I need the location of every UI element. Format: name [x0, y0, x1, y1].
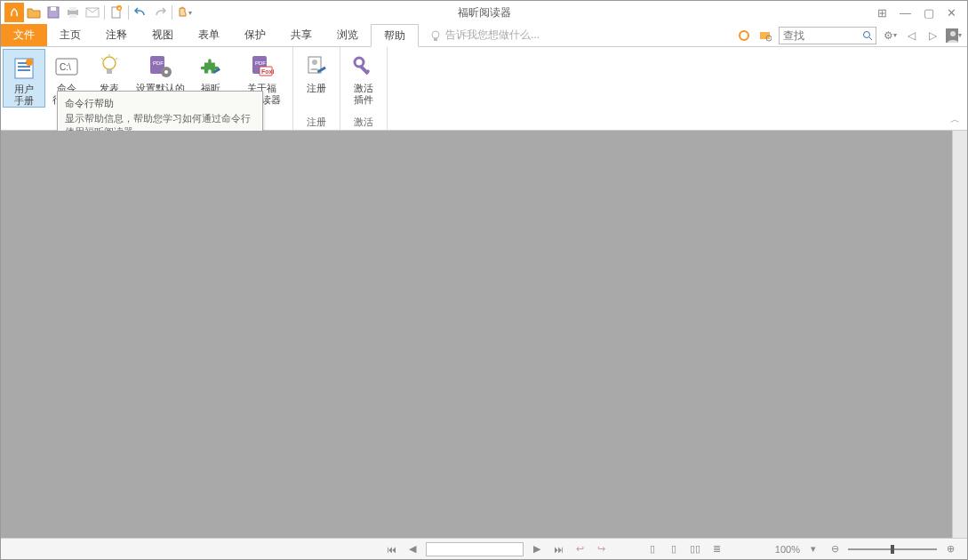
search-box[interactable] [779, 27, 876, 44]
new-file-icon[interactable]: ★ [107, 3, 126, 22]
svg-line-16 [869, 37, 872, 40]
svg-point-26 [103, 57, 116, 69]
tab-protect[interactable]: 保护 [232, 24, 278, 46]
sync-icon[interactable] [736, 28, 752, 44]
window-title: 福昕阅读器 [458, 5, 511, 20]
quick-access-toolbar: ★ ▾ [1, 3, 194, 22]
foxit-logo-icon: PDFFoxit [247, 52, 276, 81]
minimize-icon[interactable]: — [900, 6, 911, 20]
svg-line-29 [101, 58, 103, 60]
collapse-ribbon-icon[interactable]: ︿ [950, 113, 960, 126]
group-label-activate: 激活 [354, 114, 373, 130]
puzzle-icon [196, 52, 225, 81]
folder-search-icon[interactable] [757, 28, 773, 44]
maximize-icon[interactable]: ▢ [924, 6, 934, 20]
svg-point-34 [164, 70, 168, 74]
search-icon[interactable] [860, 28, 876, 44]
user-manual-button[interactable]: 用户 手册 [3, 49, 45, 108]
save-icon[interactable] [44, 3, 63, 22]
nav-prev-icon[interactable]: ◁ [903, 28, 919, 44]
app-icon[interactable] [4, 3, 24, 22]
continuous-icon[interactable]: ▯ [666, 541, 682, 557]
zoom-in-icon[interactable]: ⊕ [942, 541, 958, 557]
svg-text:Foxit: Foxit [261, 68, 274, 75]
ribbon-tabs: 文件 主页 注释 视图 表单 保护 共享 浏览 帮助 告诉我您想做什么... ⚙… [1, 24, 967, 47]
first-page-icon[interactable]: ⏮ [383, 541, 399, 557]
page-input[interactable] [426, 542, 524, 556]
tab-comment[interactable]: 注释 [93, 24, 140, 46]
nav-fwd-icon[interactable]: ↪ [593, 541, 609, 557]
svg-line-30 [116, 58, 117, 60]
mail-icon[interactable] [83, 3, 102, 22]
svg-rect-2 [51, 7, 56, 11]
tab-form[interactable]: 表单 [186, 24, 232, 46]
activate-button[interactable]: 激活 插件 [342, 49, 385, 106]
svg-rect-27 [107, 69, 112, 74]
nav-next-icon[interactable]: ▷ [924, 28, 940, 44]
undo-icon[interactable] [131, 3, 150, 22]
ribbon-display-options-icon[interactable]: ⊞ [877, 6, 887, 20]
svg-rect-11 [434, 38, 437, 41]
svg-rect-5 [69, 14, 76, 18]
open-icon[interactable] [24, 3, 44, 22]
redo-icon[interactable] [150, 3, 170, 22]
gear-icon[interactable]: ⚙▾ [882, 28, 898, 44]
bulb-icon [429, 29, 442, 42]
single-page-icon[interactable]: ▯ [644, 541, 660, 557]
status-bar: ⏮ ◀ ▶ ⏭ ↩ ↪ ▯ ▯ ▯▯ ≣ 100% ▾ ⊖ ⊕ [1, 538, 967, 559]
page-nav: ⏮ ◀ ▶ ⏭ ↩ ↪ [383, 541, 609, 557]
titlebar: ★ ▾ 福昕阅读器 ⊞ — ▢ ✕ [1, 1, 967, 24]
zoom-controls: 100% ▾ ⊖ ⊕ [775, 541, 967, 557]
svg-text:PDF: PDF [255, 60, 266, 66]
print-icon[interactable] [63, 3, 83, 22]
next-page-icon[interactable]: ▶ [529, 541, 545, 557]
svg-point-18 [950, 31, 956, 36]
last-page-icon[interactable]: ⏭ [550, 541, 566, 557]
svg-text:PDF: PDF [153, 60, 164, 66]
svg-rect-22 [18, 66, 30, 68]
tab-browse[interactable]: 浏览 [324, 24, 371, 46]
register-icon [302, 52, 331, 81]
tab-home[interactable]: 主页 [47, 24, 93, 46]
user-manual-label: 用户 手册 [14, 84, 34, 107]
zoom-slider[interactable] [848, 548, 937, 550]
register-button[interactable]: 注册 [295, 49, 338, 94]
search-input[interactable] [780, 29, 860, 42]
hand-tool-icon[interactable]: ▾ [174, 3, 194, 22]
tab-share[interactable]: 共享 [278, 24, 324, 46]
tab-help[interactable]: 帮助 [371, 24, 419, 47]
zoom-dropdown-icon[interactable]: ▾ [805, 541, 821, 557]
register-label: 注册 [307, 83, 326, 94]
group-label-register: 注册 [307, 114, 326, 130]
ribbon-group-register: 注册 注册 [293, 47, 340, 130]
user-avatar[interactable]: ▾ [946, 28, 962, 44]
zoom-value: 100% [775, 544, 800, 555]
tab-file[interactable]: 文件 [1, 24, 47, 46]
document-area [1, 131, 967, 538]
svg-point-41 [312, 60, 317, 65]
user-manual-icon [10, 53, 38, 82]
window-controls: ⊞ — ▢ ✕ [877, 6, 967, 20]
tell-me-placeholder: 告诉我您想做什么... [445, 28, 540, 43]
svg-rect-4 [69, 7, 76, 11]
key-icon [349, 52, 378, 81]
pdf-gear-icon: PDF [146, 52, 174, 81]
svg-rect-21 [18, 62, 27, 64]
continuous-facing-icon[interactable]: ≣ [708, 541, 724, 557]
close-icon[interactable]: ✕ [947, 6, 956, 20]
tell-me-input[interactable]: 告诉我您想做什么... [429, 24, 540, 46]
nav-back-icon[interactable]: ↩ [572, 541, 588, 557]
cmd-help-icon: C:\ [52, 52, 81, 81]
bulb-icon [95, 52, 124, 81]
svg-rect-23 [18, 69, 30, 71]
activate-label: 激活 插件 [354, 83, 373, 106]
svg-point-20 [26, 59, 33, 66]
tooltip-title: 命令行帮助 [65, 97, 255, 110]
tab-view[interactable]: 视图 [140, 24, 186, 46]
svg-text:C:\: C:\ [60, 62, 71, 72]
prev-page-icon[interactable]: ◀ [404, 541, 420, 557]
zoom-out-icon[interactable]: ⊖ [827, 541, 843, 557]
facing-icon[interactable]: ▯▯ [687, 541, 703, 557]
ribbon-group-activate: 激活 插件 激活 [340, 47, 388, 130]
svg-point-15 [864, 31, 870, 37]
